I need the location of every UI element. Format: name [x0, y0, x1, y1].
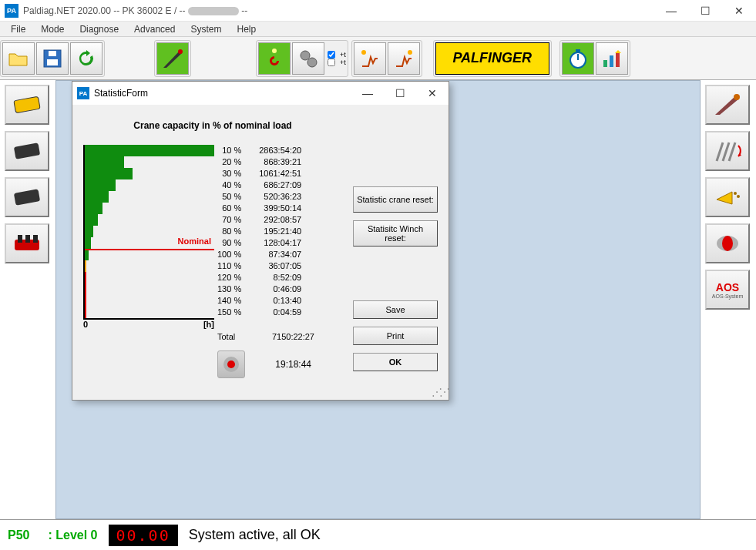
window-title-bar: PA Paldiag.NET 2020.00 -- PK 36002 E / -…	[0, 0, 756, 22]
plus-t-label: +t	[337, 51, 346, 59]
chart-bar	[85, 295, 86, 307]
axis-zero-label: 0	[83, 320, 88, 329]
menu-advanced[interactable]: Advanced	[126, 22, 183, 36]
left-sidebar	[0, 80, 55, 519]
chart-value-label: 2863:54:20	[247, 145, 301, 156]
chart-percent-label: 80 %	[217, 226, 241, 237]
chart-value-label: 87:34:07	[247, 249, 301, 260]
bar-chart-button[interactable]	[596, 42, 628, 75]
total-label: Total	[217, 332, 254, 341]
menu-system[interactable]: System	[183, 22, 229, 36]
chart-bar	[85, 214, 98, 226]
chart-value-label: 292:08:57	[247, 214, 301, 226]
diagram-b-button[interactable]	[388, 42, 420, 75]
chart-bar	[85, 179, 116, 191]
menu-file[interactable]: File	[3, 22, 33, 36]
aos-system-button[interactable]: AOS AOS-System	[705, 270, 750, 310]
redacted-field	[188, 7, 239, 15]
svg-rect-2	[49, 51, 56, 56]
chart-value-label: 399:50:14	[247, 203, 301, 214]
svg-rect-14	[14, 96, 40, 112]
winch-drum-button[interactable]	[705, 223, 750, 263]
plus-t-checkbox[interactable]	[328, 59, 335, 66]
svg-rect-11	[603, 60, 607, 67]
chart-bar	[85, 156, 124, 168]
hook-button[interactable]	[258, 42, 291, 75]
plus-t-checked-checkbox[interactable]	[328, 51, 335, 59]
menu-help[interactable]: Help	[229, 22, 264, 36]
svg-rect-18	[18, 235, 22, 243]
chart-title: Crane capacity in % of nominal load	[83, 120, 342, 131]
svg-point-24	[734, 192, 737, 195]
chart-bar	[85, 272, 86, 283]
modal-close-button[interactable]: ✕	[416, 82, 449, 105]
diagram-a-button[interactable]	[354, 42, 386, 75]
modal-maximize-button[interactable]: ☐	[384, 82, 416, 105]
svg-rect-15	[14, 143, 40, 159]
resize-grip[interactable]: ⋰⋰	[72, 389, 449, 400]
chart-bar	[85, 283, 86, 295]
open-folder-button[interactable]	[2, 42, 35, 75]
svg-rect-16	[14, 189, 40, 205]
reset-crane-button[interactable]: Statistic crane reset:	[353, 186, 438, 213]
window-minimize-button[interactable]: ―	[654, 0, 688, 22]
module-dark-b-button[interactable]	[5, 177, 49, 217]
chart-percent-label: 50 %	[217, 191, 241, 203]
svg-point-22	[227, 361, 235, 368]
module-dark-a-button[interactable]	[5, 131, 49, 171]
chart-percent-label: 60 %	[217, 203, 241, 214]
modal-title-bar: PA StatisticForm ― ☐ ✕	[72, 82, 449, 105]
status-level: : Level 0	[48, 528, 97, 542]
chart-percent-label: 100 %	[217, 249, 241, 260]
module-yellow-button[interactable]	[5, 85, 49, 125]
status-counter: 00.00	[109, 525, 178, 546]
chart-value-label: 1061:42:51	[247, 168, 301, 179]
status-bar: P50 : Level 0 00.00 System active, all O…	[0, 519, 756, 550]
horn-button[interactable]	[705, 177, 750, 217]
remote-control-button[interactable]	[5, 223, 49, 263]
chart-bar	[85, 191, 109, 203]
window-title: Paldiag.NET 2020.00 -- PK 36002 E / -- -…	[23, 5, 247, 16]
chart-bars: Nominal	[83, 145, 214, 320]
menu-mode[interactable]: Mode	[33, 22, 72, 36]
chart-percent-label: 130 %	[217, 283, 241, 295]
right-sidebar: AOS AOS-System	[701, 80, 756, 519]
status-p-code: P50	[8, 528, 29, 542]
status-message: System active, all OK	[189, 527, 321, 543]
gears-button[interactable]	[292, 42, 324, 75]
save-button[interactable]	[36, 42, 69, 75]
chart-percent-label: 90 %	[217, 237, 241, 249]
main-toolbar: +t +t PALFINGER	[0, 37, 756, 80]
chart-value-label: 520:36:23	[247, 191, 301, 203]
stopwatch-button[interactable]	[562, 42, 594, 75]
chart-percent-label: 150 %	[217, 307, 241, 318]
ok-button[interactable]: OK	[353, 353, 438, 371]
print-button[interactable]: Print	[353, 327, 438, 345]
chart-bar	[85, 226, 93, 237]
chart-percent-label: 20 %	[217, 156, 241, 168]
crane-arm-button[interactable]	[156, 42, 189, 75]
menu-bar: File Mode Diagnose Advanced System Help	[0, 22, 756, 37]
save-stats-button[interactable]: Save	[353, 300, 438, 319]
window-maximize-button[interactable]: ☐	[688, 0, 722, 22]
svg-rect-13	[616, 52, 620, 67]
modal-minimize-button[interactable]: ―	[351, 82, 384, 105]
chart-value-label: 686:27:09	[247, 179, 301, 191]
svg-point-4	[272, 49, 277, 53]
total-value: 7150:22:27	[260, 332, 314, 341]
levers-button[interactable]	[705, 131, 750, 171]
menu-diagnose[interactable]: Diagnose	[72, 22, 126, 36]
reset-winch-button[interactable]: Statisitc Winch reset:	[353, 220, 438, 246]
main-area: PA StatisticForm ― ☐ ✕ Crane capacity in…	[0, 80, 756, 519]
refresh-button[interactable]	[70, 42, 102, 75]
crane-tool-button[interactable]	[705, 85, 750, 125]
svg-point-6	[307, 58, 317, 67]
window-close-button[interactable]: ✕	[722, 0, 756, 22]
modal-app-icon: PA	[77, 87, 89, 99]
chart-percent-label: 30 %	[217, 168, 241, 179]
svg-rect-20	[33, 235, 38, 243]
winch-icon	[217, 350, 245, 378]
extra-value: 19:18:44	[257, 359, 311, 370]
svg-rect-1	[47, 59, 58, 65]
svg-point-8	[408, 50, 412, 55]
